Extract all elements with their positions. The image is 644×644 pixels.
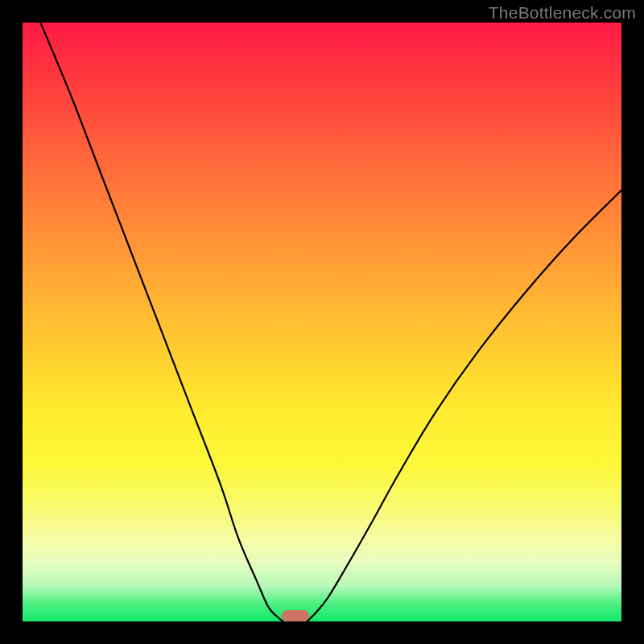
plot-area — [23, 23, 621, 621]
chart-frame: TheBottleneck.com — [0, 0, 644, 644]
curve-layer — [23, 23, 621, 621]
left-curve — [40, 23, 283, 621]
bottleneck-marker — [282, 610, 309, 621]
right-curve — [307, 190, 621, 621]
watermark-text: TheBottleneck.com — [489, 3, 636, 23]
